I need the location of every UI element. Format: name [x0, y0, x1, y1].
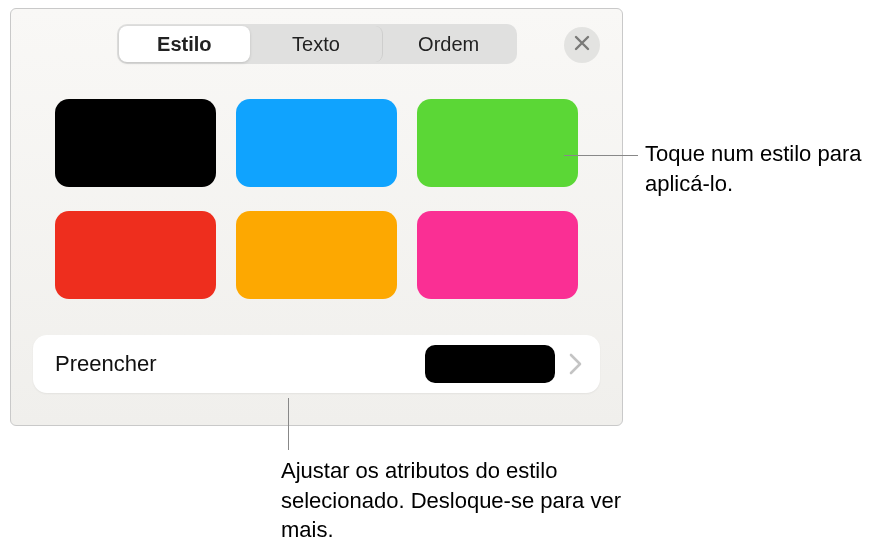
panel-header: Estilo Texto Ordem: [11, 9, 622, 79]
callout-adjust-attributes: Ajustar os atributos do estilo seleciona…: [281, 456, 621, 545]
close-button[interactable]: [564, 27, 600, 63]
style-green[interactable]: [417, 99, 578, 187]
tab-style[interactable]: Estilo: [119, 26, 251, 62]
format-panel: Estilo Texto Ordem Preencher: [10, 8, 623, 426]
style-orange[interactable]: [236, 211, 397, 299]
close-icon: [574, 35, 590, 55]
callout-leader-line: [288, 398, 289, 450]
fill-row[interactable]: Preencher: [33, 335, 600, 393]
callout-leader-line: [564, 155, 638, 156]
style-blue[interactable]: [236, 99, 397, 187]
tab-text[interactable]: Texto: [250, 26, 383, 62]
fill-color-preview: [425, 345, 555, 383]
tab-order[interactable]: Ordem: [383, 26, 515, 62]
chevron-right-icon: [569, 353, 582, 375]
style-black[interactable]: [55, 99, 216, 187]
style-red[interactable]: [55, 211, 216, 299]
style-pink[interactable]: [417, 211, 578, 299]
fill-label: Preencher: [55, 351, 425, 377]
style-swatch-grid: [11, 79, 622, 319]
tab-segmented-control: Estilo Texto Ordem: [117, 24, 517, 64]
callout-apply-style: Toque num estilo para aplicá-lo.: [645, 139, 880, 198]
